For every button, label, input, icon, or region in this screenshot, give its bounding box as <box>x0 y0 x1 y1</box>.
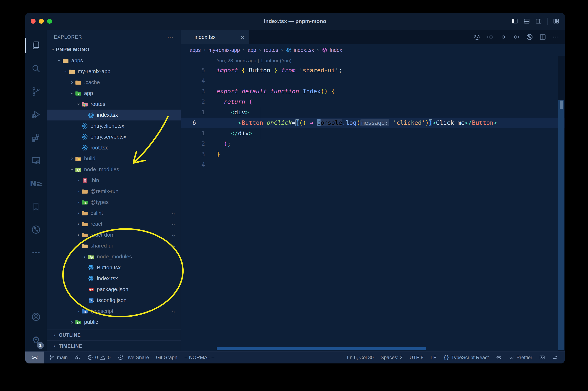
vertical-scrollbar-thumb[interactable] <box>558 100 564 350</box>
activity-settings[interactable]: ⚙1 <box>25 328 47 351</box>
status-indentation[interactable]: Spaces: 2 <box>381 355 402 360</box>
tree-item-react-dom[interactable]: ›react-dom⤷ <box>47 229 181 240</box>
tree-item--types[interactable]: ›TS@types <box>47 197 181 208</box>
vertical-scrollbar[interactable] <box>558 56 565 351</box>
chevron-down-icon[interactable]: › <box>56 58 63 64</box>
tree-item-button-tsx[interactable]: Button.tsx <box>47 262 181 273</box>
chevron-right-icon[interactable]: › <box>82 253 88 260</box>
breadcrumb-my-remix-app[interactable]: my-remix-app <box>208 47 240 53</box>
breadcrumb-routes[interactable]: routes <box>264 47 278 53</box>
activity-git-graph[interactable] <box>25 218 47 241</box>
tree-item-typescript[interactable]: ›TStypescript⤷ <box>47 306 181 317</box>
chevron-right-icon[interactable]: › <box>75 210 81 216</box>
status-vim-mode[interactable]: -- NORMAL -- <box>185 355 215 360</box>
horizontal-scrollbar-thumb[interactable] <box>217 347 426 350</box>
section-outline[interactable]: ›OUTLINE <box>47 330 181 340</box>
chevron-down-icon[interactable]: › <box>75 101 82 107</box>
tree-item-node-modules[interactable]: ›JSnode_modules <box>47 251 181 262</box>
tree-item-my-remix-app[interactable]: ›my-remix-app <box>47 66 181 77</box>
status-publish-changes[interactable] <box>75 355 80 360</box>
tree-item--remix-run[interactable]: ›@remix-run <box>47 186 181 197</box>
tree-item-index-tsx[interactable]: index.tsx <box>47 109 181 120</box>
status-problems[interactable]: 00 <box>87 355 111 360</box>
chevron-down-icon[interactable]: › <box>50 47 56 53</box>
section-timeline[interactable]: ›TIMELINE <box>47 340 181 351</box>
activity-source-control[interactable] <box>25 80 47 103</box>
remote-indicator[interactable]: >< <box>25 352 44 364</box>
status-git-branch[interactable]: main <box>49 355 68 360</box>
tree-item-shared-ui[interactable]: ›shared-ui⤷ <box>47 240 181 251</box>
previous-change-icon[interactable] <box>487 33 494 40</box>
activity-search[interactable] <box>25 57 47 80</box>
tree-item-build[interactable]: ›build <box>47 153 181 164</box>
next-change-icon[interactable] <box>513 33 520 40</box>
activity-extensions[interactable] <box>25 126 47 149</box>
tree-item-node-modules[interactable]: ›JSnode_modules <box>47 164 181 175</box>
chevron-down-icon[interactable]: › <box>62 69 69 75</box>
chevron-right-icon[interactable]: › <box>69 155 75 162</box>
status-eol[interactable]: LF <box>430 355 436 360</box>
tree-item-index-tsx[interactable]: index.tsx <box>47 273 181 284</box>
close-tab-icon[interactable]: × <box>240 33 245 41</box>
tree-item--bin[interactable]: ›0110.bin <box>47 175 181 186</box>
tree-item-eslint[interactable]: ›eslint⤷ <box>47 208 181 218</box>
code-editor[interactable]: You, 23 hours ago | 1 author (You) 5impo… <box>181 56 565 351</box>
activity-remote-explorer[interactable] <box>25 149 47 172</box>
status-formatter[interactable]: Prettier <box>509 355 532 360</box>
status-copilot[interactable] <box>496 355 502 360</box>
chevron-down-icon[interactable]: › <box>69 90 76 97</box>
chevron-right-icon[interactable]: › <box>75 188 81 195</box>
tree-item-routes[interactable]: ›routes <box>47 99 181 109</box>
toggle-panel-icon[interactable] <box>523 18 530 24</box>
activity-more-views[interactable] <box>25 241 47 264</box>
tree-item-root-tsx[interactable]: root.tsx <box>47 142 181 153</box>
chevron-right-icon[interactable]: › <box>75 221 81 227</box>
git-actions-icon[interactable] <box>526 33 533 40</box>
local-history-icon[interactable] <box>474 33 481 40</box>
customize-layout-icon[interactable] <box>553 18 559 24</box>
tree-item-pnpm-mono[interactable]: ›PNPM-MONO <box>47 44 181 55</box>
status-encoding[interactable]: UTF-8 <box>409 355 423 360</box>
zoom-window-button[interactable] <box>47 19 52 24</box>
breadcrumb-index[interactable]: Index <box>322 47 342 53</box>
explorer-more-actions-icon[interactable]: ⋯ <box>167 33 174 41</box>
activity-nx-console[interactable]: N≥ <box>25 172 47 195</box>
tree-item-public[interactable]: ›public <box>47 317 181 327</box>
breadcrumb-app[interactable]: app <box>248 47 256 53</box>
more-actions-icon[interactable] <box>552 33 559 40</box>
tree-item-tsconfig-json[interactable]: TS⚙tsconfig.json <box>47 295 181 306</box>
breadcrumb-index-tsx[interactable]: index.tsx <box>286 47 314 53</box>
chevron-down-icon[interactable]: › <box>75 243 82 249</box>
chevron-right-icon[interactable]: › <box>75 231 81 238</box>
tree-item-package-json[interactable]: npmpackage.json <box>47 284 181 295</box>
close-window-button[interactable] <box>31 19 36 24</box>
activity-run-debug[interactable] <box>25 103 47 126</box>
minimize-window-button[interactable] <box>39 19 44 24</box>
status-live-share[interactable]: Live Share <box>118 355 149 360</box>
activity-explorer[interactable] <box>25 34 47 57</box>
tree-item-apps[interactable]: ›apps <box>47 55 181 66</box>
toggle-primary-sidebar-icon[interactable] <box>511 18 518 24</box>
tree-item-app[interactable]: ›⚙app <box>47 88 181 99</box>
status-git-graph[interactable]: Git Graph <box>156 355 178 360</box>
status-language-mode[interactable]: {}TypeScript React <box>443 355 489 360</box>
chevron-right-icon[interactable]: › <box>69 319 75 325</box>
toggle-secondary-sidebar-icon[interactable] <box>535 18 542 24</box>
tree-item-entry-client-tsx[interactable]: entry.client.tsx <box>47 120 181 131</box>
status-feedback[interactable] <box>539 355 545 360</box>
activity-accounts[interactable] <box>25 305 47 328</box>
chevron-right-icon[interactable]: › <box>69 79 75 86</box>
chevron-right-icon[interactable]: › <box>75 308 81 314</box>
split-editor-icon[interactable] <box>539 33 546 40</box>
current-change-icon[interactable] <box>500 33 507 40</box>
chevron-right-icon[interactable]: › <box>75 199 81 205</box>
breadcrumb-apps[interactable]: apps <box>190 47 201 53</box>
tab-index-tsx[interactable]: index.tsx × <box>181 30 249 44</box>
tree-item--cache[interactable]: ›.cache <box>47 77 181 88</box>
status-cursor-position[interactable]: Ln 6, Col 30 <box>347 355 374 360</box>
tree-item-entry-server-tsx[interactable]: entry.server.tsx <box>47 131 181 142</box>
chevron-down-icon[interactable]: › <box>69 167 76 173</box>
tree-item-react[interactable]: ›react⤷ <box>47 218 181 229</box>
activity-bookmarks[interactable] <box>25 195 47 218</box>
chevron-right-icon[interactable]: › <box>75 177 81 184</box>
